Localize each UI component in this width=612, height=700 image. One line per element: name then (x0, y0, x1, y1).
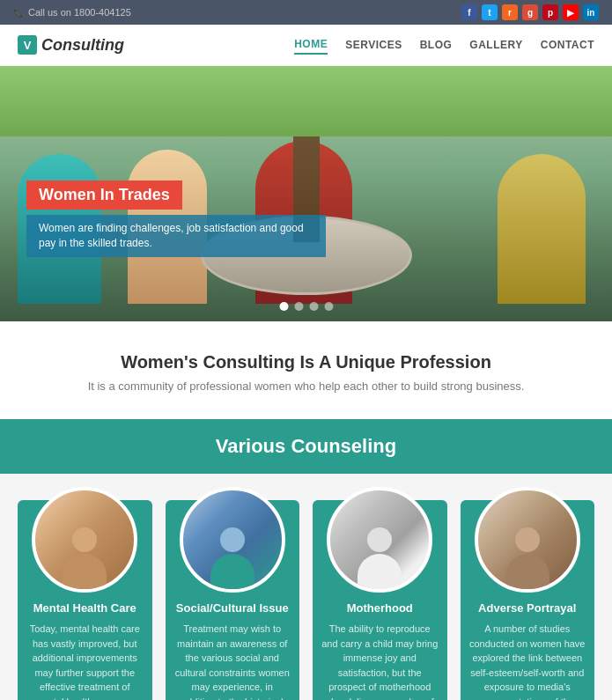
unique-section: Women's Consulting Is A Unique Professio… (0, 321, 612, 419)
facebook-icon[interactable]: f (461, 4, 477, 20)
linkedin-icon[interactable]: in (583, 4, 599, 20)
top-bar: 📞 Call us on 1800-404125 f t r g p ▶ in (0, 0, 612, 25)
phone-info: 📞 Call us on 1800-404125 (13, 7, 131, 18)
card-text-4: A number of studies conducted on women h… (469, 622, 586, 700)
hero-background: Women In Trades Women are finding challe… (0, 66, 612, 321)
slider-dot-2[interactable] (294, 302, 303, 311)
nav-home[interactable]: HOME (294, 35, 328, 55)
card-image-motherhood (327, 487, 432, 593)
logo-icon: V (18, 35, 37, 55)
card-image-social (180, 487, 285, 593)
card-image-wrapper-4 (461, 487, 595, 593)
hero-title: Women In Trades (26, 181, 182, 210)
social-icons-bar: f t r g p ▶ in (461, 4, 599, 20)
card-text-3: The ability to reproduce and carry a chi… (321, 622, 439, 700)
rss-icon[interactable]: r (502, 4, 518, 20)
card-motherhood: Motherhood The ability to reproduce and … (313, 500, 447, 700)
pinterest-icon[interactable]: p (542, 4, 558, 20)
hero-overlay: Women In Trades Women are finding challe… (26, 181, 326, 257)
google-icon[interactable]: g (522, 4, 538, 20)
person-4 (498, 154, 586, 304)
slider-dot-4[interactable] (324, 302, 333, 311)
card-image-wrapper-1 (18, 487, 152, 593)
card-heading-2: Social/Cultural Issue (174, 601, 291, 615)
unique-subtitle: It is a community of professional women … (18, 379, 594, 393)
unique-title: Women's Consulting Is A Unique Professio… (18, 352, 594, 372)
card-heading-3: Motherhood (321, 601, 439, 615)
logo: V Consulting (18, 35, 124, 55)
card-image-adverse (475, 487, 580, 593)
youtube-icon[interactable]: ▶ (563, 4, 579, 20)
nav-contact[interactable]: CONTACT (541, 36, 594, 54)
slider-dot-3[interactable] (309, 302, 318, 311)
cards-grid: Mental Health Care Today, mental health … (18, 500, 594, 700)
site-header: V Consulting HOME SERVICES BLOG GALLERY … (0, 25, 612, 66)
card-image-mental-health (32, 487, 137, 593)
card-heading-1: Mental Health Care (26, 601, 144, 615)
hero-slider: Women In Trades Women are finding challe… (0, 66, 612, 321)
card-image-wrapper-2 (166, 487, 300, 593)
card-content-1: Mental Health Care Today, mental health … (18, 601, 152, 700)
counseling-title: Various Counseling (18, 435, 594, 458)
slider-dots (279, 302, 333, 311)
card-image-wrapper-3 (313, 487, 447, 593)
card-mental-health: Mental Health Care Today, mental health … (18, 500, 152, 700)
card-content-3: Motherhood The ability to reproduce and … (313, 601, 447, 700)
card-text-1: Today, mental health care has vastly imp… (26, 622, 144, 700)
main-nav: HOME SERVICES BLOG GALLERY CONTACT (294, 35, 594, 55)
card-content-4: Adverse Portrayal A number of studies co… (461, 601, 595, 700)
twitter-icon[interactable]: t (482, 4, 498, 20)
card-text-2: Treatment may wish to maintain an awaren… (174, 622, 291, 700)
card-heading-4: Adverse Portrayal (469, 601, 586, 615)
hero-subtitle: Women are finding challenges, job satisf… (26, 215, 326, 257)
card-social-cultural: Social/Cultural Issue Treatment may wish… (166, 500, 300, 700)
nav-services[interactable]: SERVICES (345, 36, 402, 54)
nav-gallery[interactable]: GALLERY (469, 36, 522, 54)
card-content-2: Social/Cultural Issue Treatment may wish… (166, 601, 300, 700)
logo-text: Consulting (41, 36, 124, 55)
slider-dot-1[interactable] (279, 302, 288, 311)
card-adverse-portrayal: Adverse Portrayal A number of studies co… (461, 500, 595, 700)
phone-icon: 📞 (13, 8, 24, 18)
phone-label: Call us on 1800-404125 (28, 7, 131, 18)
background-foliage (0, 66, 612, 136)
nav-blog[interactable]: BLOG (420, 36, 453, 54)
cards-section: Mental Health Care Today, mental health … (0, 474, 612, 700)
counseling-section: Various Counseling (0, 419, 612, 474)
